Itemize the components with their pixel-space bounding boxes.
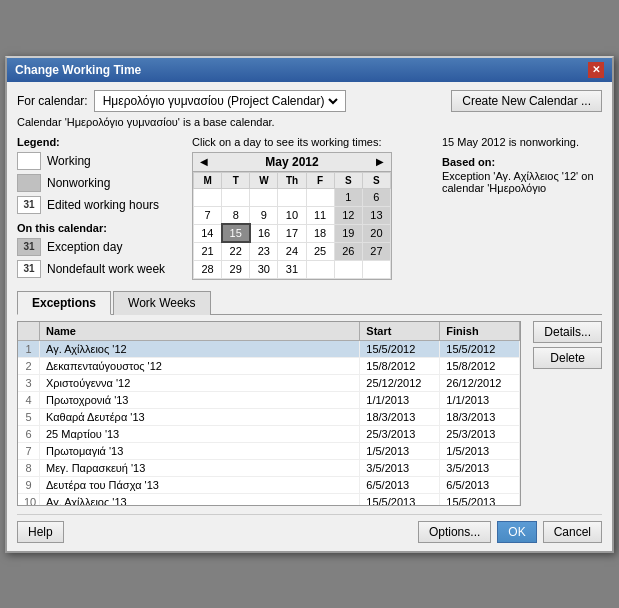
legend-working: Working <box>17 152 182 170</box>
calendar-next-button[interactable]: ▶ <box>373 155 387 168</box>
exceptions-table-header: Name Start Finish <box>18 322 520 341</box>
legend-nondefault-label: Nondefault work week <box>47 262 165 276</box>
calendar-day-cell[interactable]: 18 <box>306 224 334 242</box>
calendar-day-cell[interactable]: 24 <box>278 242 306 260</box>
cal-header-th: Th <box>278 172 306 188</box>
calendar-day-cell[interactable]: 14 <box>194 224 222 242</box>
exception-row-finish: 3/5/2013 <box>440 460 520 476</box>
tab-work-weeks[interactable]: Work Weeks <box>113 291 211 315</box>
create-new-calendar-button[interactable]: Create New Calendar ... <box>451 90 602 112</box>
exception-row-finish: 6/5/2013 <box>440 477 520 493</box>
exceptions-table-body: 1Αγ. Αχίλλειος '1215/5/201215/5/20122Δεκ… <box>18 341 520 505</box>
exception-row-num: 8 <box>18 460 40 476</box>
calendar-widget: ◀ May 2012 ▶ M T W Th F S <box>192 152 392 280</box>
based-on-title: Based on: <box>442 156 602 168</box>
calendar-day-cell[interactable]: 25 <box>306 242 334 260</box>
calendar-day-cell <box>250 188 278 206</box>
calendar-week-row: 14151617181920 <box>194 224 391 242</box>
legend-title: Legend: <box>17 136 182 148</box>
exception-row-start: 15/5/2013 <box>360 494 440 505</box>
cal-header-w: W <box>250 172 278 188</box>
calendar-day-cell[interactable]: 13 <box>362 206 390 224</box>
exception-row[interactable]: 8Μεγ. Παρασκευή '133/5/20133/5/2013 <box>18 460 520 477</box>
exception-row-name: Πρωτοχρονιά '13 <box>40 392 360 408</box>
cancel-button[interactable]: Cancel <box>543 521 602 543</box>
calendar-day-cell[interactable]: 15 <box>222 224 250 242</box>
on-calendar-title: On this calendar: <box>17 222 182 234</box>
exception-row-num: 6 <box>18 426 40 442</box>
legend-edited-label: Edited working hours <box>47 198 159 212</box>
calendar-day-cell[interactable]: 16 <box>250 224 278 242</box>
calendar-selector-group: For calendar: Ημερολόγιο γυμνασίου (Proj… <box>17 90 346 112</box>
calendar-day-cell[interactable]: 9 <box>250 206 278 224</box>
calendar-day-cell[interactable]: 29 <box>222 260 250 278</box>
exception-row-finish: 26/12/2012 <box>440 375 520 391</box>
calendar-day-cell[interactable]: 23 <box>250 242 278 260</box>
calendar-day-cell <box>194 188 222 206</box>
options-button[interactable]: Options... <box>418 521 491 543</box>
calendar-day-cell <box>306 260 334 278</box>
based-on-text: Exception 'Αγ. Αχίλλειος '12' on calenda… <box>442 170 602 194</box>
calendar-grid: M T W Th F S S 1678910111213141516171819… <box>193 172 391 279</box>
calendar-day-cell[interactable]: 21 <box>194 242 222 260</box>
exception-row-name: Αγ. Αχίλλειος '13 <box>40 494 360 505</box>
exception-row-num: 1 <box>18 341 40 357</box>
side-buttons: Details... Delete <box>533 321 602 506</box>
calendar-day-cell[interactable]: 12 <box>334 206 362 224</box>
calendar-day-cell[interactable]: 11 <box>306 206 334 224</box>
calendar-day-cell[interactable]: 1 <box>334 188 362 206</box>
calendar-prev-button[interactable]: ◀ <box>197 155 211 168</box>
exception-row-num: 4 <box>18 392 40 408</box>
calendar-day-cell[interactable]: 30 <box>250 260 278 278</box>
exception-row-finish: 15/8/2012 <box>440 358 520 374</box>
calendar-day-cell[interactable]: 27 <box>362 242 390 260</box>
for-calendar-label: For calendar: <box>17 94 88 108</box>
calendar-day-cell[interactable]: 7 <box>194 206 222 224</box>
exception-row[interactable]: 1Αγ. Αχίλλειος '1215/5/201215/5/2012 <box>18 341 520 358</box>
calendar-day-cell[interactable]: 20 <box>362 224 390 242</box>
exception-row[interactable]: 2Δεκαπενταύγουστος '1215/8/201215/8/2012 <box>18 358 520 375</box>
legend-nonworking-box <box>17 174 41 192</box>
calendar-day-cell[interactable]: 17 <box>278 224 306 242</box>
tab-exceptions[interactable]: Exceptions <box>17 291 111 315</box>
header-start: Start <box>360 322 440 340</box>
header-num <box>18 322 40 340</box>
bottom-right-buttons: Options... OK Cancel <box>418 521 602 543</box>
calendar-day-cell[interactable]: 28 <box>194 260 222 278</box>
exception-row[interactable]: 7Πρωτομαγιά '131/5/20131/5/2013 <box>18 443 520 460</box>
details-button[interactable]: Details... <box>533 321 602 343</box>
calendar-week-row: 28293031 <box>194 260 391 278</box>
exception-row[interactable]: 10Αγ. Αχίλλειος '1315/5/201315/5/2013 <box>18 494 520 505</box>
calendar-day-cell <box>334 260 362 278</box>
calendar-day-cell[interactable]: 22 <box>222 242 250 260</box>
exception-row[interactable]: 9Δευτέρα του Πάσχα '136/5/20136/5/2013 <box>18 477 520 494</box>
calendar-body: 1678910111213141516171819202122232425262… <box>194 188 391 278</box>
calendar-select-input[interactable]: Ημερολόγιο γυμνασίου (Project Calendar) <box>99 93 341 109</box>
exception-row-start: 25/3/2013 <box>360 426 440 442</box>
calendar-day-cell[interactable]: 26 <box>334 242 362 260</box>
calendar-day-cell[interactable]: 31 <box>278 260 306 278</box>
exception-row[interactable]: 3Χριστούγεννα '1225/12/201226/12/2012 <box>18 375 520 392</box>
calendar-day-cell[interactable]: 8 <box>222 206 250 224</box>
calendar-dropdown[interactable]: Ημερολόγιο γυμνασίου (Project Calendar) <box>94 90 346 112</box>
cal-header-t: T <box>222 172 250 188</box>
calendar-day-cell[interactable]: 10 <box>278 206 306 224</box>
exception-row-num: 7 <box>18 443 40 459</box>
exceptions-table-wrapper: Name Start Finish 1Αγ. Αχίλλειος '1215/5… <box>17 321 521 506</box>
calendar-day-cell[interactable]: 19 <box>334 224 362 242</box>
exception-row[interactable]: 625 Μαρτίου '1325/3/201325/3/2013 <box>18 426 520 443</box>
legend-nonworking-label: Nonworking <box>47 176 110 190</box>
delete-button[interactable]: Delete <box>533 347 602 369</box>
calendar-day-cell[interactable]: 6 <box>362 188 390 206</box>
exception-row-num: 2 <box>18 358 40 374</box>
exception-row[interactable]: 5Καθαρά Δευτέρα '1318/3/201318/3/2013 <box>18 409 520 426</box>
top-row: For calendar: Ημερολόγιο γυμνασίου (Proj… <box>17 90 602 112</box>
calendar-info-text: Calendar 'Ημερολόγιο γυμνασίου' is a bas… <box>17 116 602 128</box>
exception-row-start: 1/1/2013 <box>360 392 440 408</box>
exception-row-name: Δευτέρα του Πάσχα '13 <box>40 477 360 493</box>
close-button[interactable]: ✕ <box>588 62 604 78</box>
exception-row[interactable]: 4Πρωτοχρονιά '131/1/20131/1/2013 <box>18 392 520 409</box>
help-button[interactable]: Help <box>17 521 64 543</box>
ok-button[interactable]: OK <box>497 521 536 543</box>
calendar-day-cell <box>306 188 334 206</box>
